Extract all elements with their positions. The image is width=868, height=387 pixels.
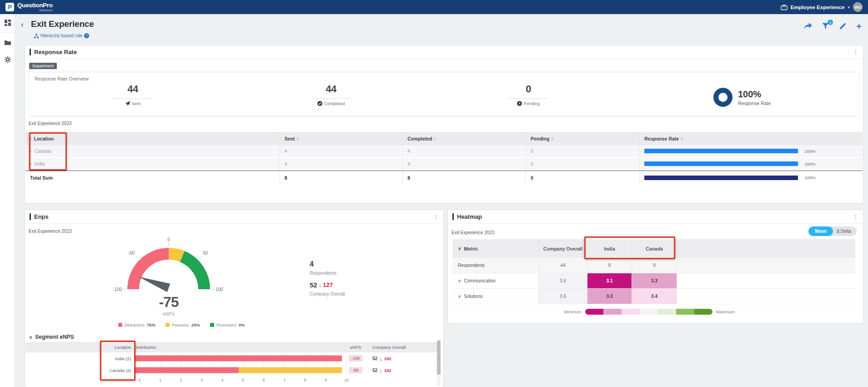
chevron-down-icon[interactable]: ∨ xyxy=(458,278,461,283)
brand-name: QuestionPro xyxy=(17,2,53,9)
column-company-overall[interactable]: Company Overall xyxy=(539,239,587,258)
distribution-bar-detractors xyxy=(135,356,342,362)
pending-label: Pending xyxy=(524,101,540,106)
segment-enps-toggle[interactable]: ∨ Segment eNPS xyxy=(29,334,74,340)
edit-button[interactable] xyxy=(839,23,846,30)
back-chevron-icon[interactable]: ‹ xyxy=(21,20,24,29)
promoters-label: Promoters xyxy=(216,322,236,327)
column-pending[interactable]: Pending▴▾ xyxy=(526,132,640,145)
heat-cell: 3.3 xyxy=(587,289,632,304)
clock-icon xyxy=(517,101,522,106)
questionpro-logo-icon[interactable]: P xyxy=(5,3,14,11)
gear-icon xyxy=(4,56,11,63)
detractors-swatch xyxy=(118,323,122,327)
trend-down-icon: ↓ xyxy=(379,355,382,362)
column-metric[interactable]: ∨Metric xyxy=(452,239,539,258)
widget-title: Heatmap xyxy=(457,213,482,220)
dataset-label: Exit Experience 2023 xyxy=(29,229,72,234)
segment-enps-table: Location Distribution eNPS Company Overa… xyxy=(25,342,437,384)
add-button[interactable]: + xyxy=(856,23,862,30)
enps-gauge-chart: -100 -50 0 50 100 -75 eNPS xyxy=(109,236,232,317)
dataset-label: Exit Experience 2023 xyxy=(452,230,495,235)
segment-row-canada[interactable]: Canada (2) -50 52 ↓ 102 xyxy=(25,364,437,376)
sent-value: 44 xyxy=(96,83,169,95)
hierarchy-rule-label: Hierarchy based rule xyxy=(40,33,82,38)
column-response-rate[interactable]: Response Rate▴▾ xyxy=(640,132,863,145)
folder-icon xyxy=(4,40,11,45)
table-row-india[interactable]: ›India 4 4 0 100% xyxy=(25,158,863,171)
heatmap-widget: Heatmap ⋮ Exit Experience 2023 Mean Δ De… xyxy=(448,210,863,323)
segment-row-label: India (2) xyxy=(25,356,135,361)
sidebar-divider xyxy=(0,32,15,33)
sort-icon: ▴▾ xyxy=(435,136,436,141)
scrollbar-thumb[interactable] xyxy=(437,340,441,375)
column-sent[interactable]: Sent▴▾ xyxy=(280,132,403,145)
widget-title: Response Rate xyxy=(34,49,77,55)
sidebar-item-folders[interactable] xyxy=(0,34,15,51)
column-india[interactable]: India xyxy=(587,239,632,258)
check-circle-icon xyxy=(317,101,322,106)
sort-icon: ▴▾ xyxy=(681,136,682,141)
chevron-down-icon[interactable]: ∨ xyxy=(458,294,461,299)
table-header-row: ▴▾ Location Sent▴▾ Completed▴▾ Pending▴▾… xyxy=(25,132,863,145)
response-rate-donut-group: 100% Response Rate xyxy=(713,88,771,107)
gauge-tick: -50 xyxy=(128,251,135,256)
expand-chevron-icon[interactable]: › xyxy=(30,161,32,166)
sent-label: Sent xyxy=(132,101,141,106)
page-title: Exit Experience xyxy=(31,19,94,29)
gradient-scale xyxy=(585,309,712,315)
heat-cell: 8 xyxy=(587,258,632,273)
chevron-down-icon[interactable]: ▾ xyxy=(848,5,850,10)
sidebar-item-dashboards[interactable] xyxy=(0,14,15,31)
column-canada[interactable]: Canada xyxy=(632,239,677,258)
page-actions: 1 + xyxy=(804,23,862,30)
enps-legend: Detractors75% Passives25% Promoters0% xyxy=(118,322,245,327)
kebab-menu-icon[interactable]: ⋮ xyxy=(433,214,439,220)
respondents-value: 4 xyxy=(310,260,345,268)
heatmap-row-solutions[interactable]: ∨Solutions 3.6 3.3 3.4 xyxy=(452,289,855,304)
avatar[interactable]: WU xyxy=(853,2,863,12)
hierarchy-icon xyxy=(34,34,39,38)
segment-row-india[interactable]: India (2) -100 52 ↓ 152 xyxy=(25,352,437,364)
trend-down-icon: ↓ xyxy=(379,367,382,374)
heatmap-row-communication[interactable]: ∨Communication 3.6 3.1 3.3 xyxy=(452,273,855,289)
heatmap-header-row: ∨Metric Company Overall India Canada xyxy=(452,239,855,258)
segment-header-row: Location Distribution eNPS Company Overa… xyxy=(25,342,437,352)
department-filter-chip[interactable]: Department xyxy=(29,63,57,69)
table-row-canada[interactable]: ›Canada 4 4 0 100% xyxy=(25,145,863,158)
response-rate-widget: Response Rate ⋮ Department Response Rate… xyxy=(25,45,863,203)
completed-label: Completed xyxy=(324,101,345,106)
widget-accent-bar xyxy=(452,213,454,220)
column-location[interactable]: ▴▾ Location xyxy=(25,132,280,145)
segment-col-enps: eNPS xyxy=(341,345,370,350)
heat-cell: 3.3 xyxy=(632,273,677,288)
heat-cell: 8 xyxy=(632,258,677,273)
company-overall-delta: 127 xyxy=(323,281,333,288)
kebab-menu-icon[interactable]: ⋮ xyxy=(853,214,858,220)
chevron-down-icon: ∨ xyxy=(458,246,461,251)
help-icon[interactable]: ? xyxy=(84,33,89,38)
promoters-swatch xyxy=(210,323,214,327)
segment-x-axis: 012345678910 xyxy=(140,378,347,384)
filter-count-badge: 1 xyxy=(828,20,833,25)
gauge-tick-max: 100 xyxy=(216,287,223,292)
scrollbar-track[interactable]: ▼ xyxy=(437,340,441,386)
heat-cell: 3.1 xyxy=(587,273,632,288)
enps-stats: 4 Respondents 52 ↓ 127 Company Overall xyxy=(310,260,345,302)
expand-chevron-icon[interactable]: › xyxy=(30,148,32,154)
overview-title: Response Rate Overview xyxy=(35,76,89,81)
hierarchy-rule-link[interactable]: Hierarchy based rule ? xyxy=(34,33,89,38)
column-completed[interactable]: Completed▴▾ xyxy=(403,132,526,145)
chevron-down-icon: ∨ xyxy=(29,335,32,340)
rate-bar xyxy=(644,161,798,166)
sort-icon: ▴▾ xyxy=(297,136,298,141)
send-icon xyxy=(125,101,130,106)
filter-button[interactable]: 1 xyxy=(822,23,829,30)
sidebar-item-settings[interactable] xyxy=(0,51,15,68)
kebab-menu-icon[interactable]: ⋮ xyxy=(853,49,858,55)
workspace-selector[interactable]: Employee Experience xyxy=(791,5,845,10)
toggle-mean[interactable]: Mean xyxy=(808,226,833,236)
share-button[interactable] xyxy=(804,23,812,30)
pending-value: 0 xyxy=(492,83,565,95)
sort-icon: ▴▾ xyxy=(552,136,553,141)
